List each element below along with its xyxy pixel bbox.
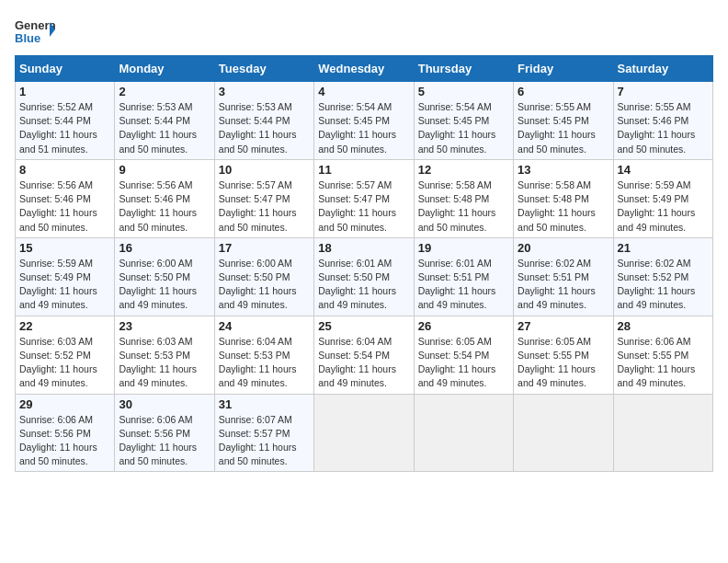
calendar-cell: [414, 394, 513, 472]
logo-icon: General Blue: [15, 15, 55, 48]
calendar-cell: 10Sunrise: 5:57 AM Sunset: 5:47 PM Dayli…: [214, 159, 313, 237]
calendar-cell: [514, 394, 613, 472]
calendar-week-row: 8Sunrise: 5:56 AM Sunset: 5:46 PM Daylig…: [16, 159, 713, 237]
day-info: Sunrise: 5:56 AM Sunset: 5:46 PM Dayligh…: [19, 178, 110, 235]
column-header-monday: Monday: [115, 56, 214, 82]
day-info: Sunrise: 5:52 AM Sunset: 5:44 PM Dayligh…: [19, 100, 110, 156]
calendar-cell: 3Sunrise: 5:53 AM Sunset: 5:44 PM Daylig…: [214, 82, 313, 160]
day-info: Sunrise: 6:05 AM Sunset: 5:55 PM Dayligh…: [518, 335, 609, 391]
calendar-cell: 31Sunrise: 6:07 AM Sunset: 5:57 PM Dayli…: [214, 394, 313, 472]
day-number: 30: [119, 397, 210, 411]
day-info: Sunrise: 5:53 AM Sunset: 5:44 PM Dayligh…: [219, 100, 310, 156]
day-info: Sunrise: 6:02 AM Sunset: 5:52 PM Dayligh…: [618, 257, 709, 313]
day-info: Sunrise: 6:03 AM Sunset: 5:52 PM Dayligh…: [19, 335, 110, 391]
calendar-cell: 1Sunrise: 5:52 AM Sunset: 5:44 PM Daylig…: [16, 82, 115, 160]
day-info: Sunrise: 6:04 AM Sunset: 5:54 PM Dayligh…: [318, 335, 409, 391]
calendar-cell: 30Sunrise: 6:06 AM Sunset: 5:56 PM Dayli…: [115, 394, 214, 472]
column-header-sunday: Sunday: [16, 56, 115, 82]
calendar-cell: 23Sunrise: 6:03 AM Sunset: 5:53 PM Dayli…: [115, 316, 214, 394]
calendar-cell: 11Sunrise: 5:57 AM Sunset: 5:47 PM Dayli…: [314, 159, 414, 237]
calendar-cell: 26Sunrise: 6:05 AM Sunset: 5:54 PM Dayli…: [414, 316, 513, 394]
column-header-tuesday: Tuesday: [214, 56, 313, 82]
calendar-week-row: 29Sunrise: 6:06 AM Sunset: 5:56 PM Dayli…: [16, 394, 713, 472]
day-info: Sunrise: 6:07 AM Sunset: 5:57 PM Dayligh…: [219, 413, 310, 469]
calendar-cell: 29Sunrise: 6:06 AM Sunset: 5:56 PM Dayli…: [16, 394, 115, 472]
calendar-cell: 9Sunrise: 5:56 AM Sunset: 5:46 PM Daylig…: [115, 159, 214, 237]
calendar-cell: 13Sunrise: 5:58 AM Sunset: 5:48 PM Dayli…: [514, 159, 613, 237]
calendar-cell: 22Sunrise: 6:03 AM Sunset: 5:52 PM Dayli…: [16, 316, 115, 394]
calendar-cell: 4Sunrise: 5:54 AM Sunset: 5:45 PM Daylig…: [314, 82, 414, 160]
day-number: 4: [318, 85, 409, 98]
day-number: 6: [518, 85, 609, 98]
column-header-wednesday: Wednesday: [314, 56, 414, 82]
day-info: Sunrise: 6:06 AM Sunset: 5:56 PM Dayligh…: [119, 413, 210, 469]
svg-text:General: General: [15, 18, 55, 32]
day-number: 29: [19, 397, 110, 411]
calendar-cell: 20Sunrise: 6:02 AM Sunset: 5:51 PM Dayli…: [514, 237, 613, 316]
day-number: 17: [219, 241, 310, 255]
day-number: 21: [618, 241, 709, 255]
day-info: Sunrise: 5:58 AM Sunset: 5:48 PM Dayligh…: [518, 178, 609, 235]
calendar-body: 1Sunrise: 5:52 AM Sunset: 5:44 PM Daylig…: [16, 82, 713, 472]
day-number: 20: [518, 241, 609, 255]
calendar-cell: 2Sunrise: 5:53 AM Sunset: 5:44 PM Daylig…: [115, 82, 214, 160]
column-header-friday: Friday: [514, 56, 613, 82]
calendar-cell: 15Sunrise: 5:59 AM Sunset: 5:49 PM Dayli…: [16, 237, 115, 316]
day-info: Sunrise: 5:55 AM Sunset: 5:45 PM Dayligh…: [518, 100, 609, 156]
day-number: 3: [219, 85, 310, 98]
day-number: 16: [119, 241, 210, 255]
calendar-cell: 6Sunrise: 5:55 AM Sunset: 5:45 PM Daylig…: [514, 82, 613, 160]
calendar-week-row: 22Sunrise: 6:03 AM Sunset: 5:52 PM Dayli…: [16, 316, 713, 394]
calendar-cell: 21Sunrise: 6:02 AM Sunset: 5:52 PM Dayli…: [613, 237, 712, 316]
day-number: 19: [418, 241, 509, 255]
calendar-table: SundayMondayTuesdayWednesdayThursdayFrid…: [15, 55, 713, 472]
calendar-cell: [314, 394, 414, 472]
day-number: 26: [418, 319, 509, 333]
column-header-saturday: Saturday: [613, 56, 712, 82]
day-number: 13: [518, 163, 609, 177]
day-info: Sunrise: 6:04 AM Sunset: 5:53 PM Dayligh…: [219, 335, 310, 391]
day-number: 25: [318, 319, 409, 333]
day-info: Sunrise: 5:54 AM Sunset: 5:45 PM Dayligh…: [318, 100, 409, 156]
calendar-cell: 5Sunrise: 5:54 AM Sunset: 5:45 PM Daylig…: [414, 82, 513, 160]
day-info: Sunrise: 5:57 AM Sunset: 5:47 PM Dayligh…: [318, 178, 409, 235]
day-info: Sunrise: 6:00 AM Sunset: 5:50 PM Dayligh…: [119, 257, 210, 313]
day-number: 9: [119, 163, 210, 177]
calendar-cell: 7Sunrise: 5:55 AM Sunset: 5:46 PM Daylig…: [613, 82, 712, 160]
day-info: Sunrise: 6:00 AM Sunset: 5:50 PM Dayligh…: [219, 257, 310, 313]
day-number: 10: [219, 163, 310, 177]
calendar-cell: 25Sunrise: 6:04 AM Sunset: 5:54 PM Dayli…: [314, 316, 414, 394]
page-header: General Blue: [15, 15, 713, 48]
day-info: Sunrise: 5:57 AM Sunset: 5:47 PM Dayligh…: [219, 178, 310, 235]
calendar-cell: 27Sunrise: 6:05 AM Sunset: 5:55 PM Dayli…: [514, 316, 613, 394]
calendar-cell: 19Sunrise: 6:01 AM Sunset: 5:51 PM Dayli…: [414, 237, 513, 316]
calendar-header-row: SundayMondayTuesdayWednesdayThursdayFrid…: [16, 56, 713, 82]
day-info: Sunrise: 6:03 AM Sunset: 5:53 PM Dayligh…: [119, 335, 210, 391]
day-number: 23: [119, 319, 210, 333]
day-number: 2: [119, 85, 210, 98]
calendar-cell: 12Sunrise: 5:58 AM Sunset: 5:48 PM Dayli…: [414, 159, 513, 237]
day-number: 11: [318, 163, 409, 177]
day-number: 8: [19, 163, 110, 177]
calendar-cell: 18Sunrise: 6:01 AM Sunset: 5:50 PM Dayli…: [314, 237, 414, 316]
day-number: 5: [418, 85, 509, 98]
day-info: Sunrise: 5:58 AM Sunset: 5:48 PM Dayligh…: [418, 178, 509, 235]
day-info: Sunrise: 6:01 AM Sunset: 5:50 PM Dayligh…: [318, 257, 409, 313]
day-number: 15: [19, 241, 110, 255]
logo: General Blue: [15, 15, 59, 48]
column-header-thursday: Thursday: [414, 56, 513, 82]
day-number: 14: [618, 163, 709, 177]
calendar-week-row: 15Sunrise: 5:59 AM Sunset: 5:49 PM Dayli…: [16, 237, 713, 316]
day-info: Sunrise: 6:06 AM Sunset: 5:56 PM Dayligh…: [19, 413, 110, 469]
day-number: 22: [19, 319, 110, 333]
day-info: Sunrise: 5:56 AM Sunset: 5:46 PM Dayligh…: [119, 178, 210, 235]
day-info: Sunrise: 5:55 AM Sunset: 5:46 PM Dayligh…: [618, 100, 709, 156]
calendar-cell: [613, 394, 712, 472]
day-info: Sunrise: 5:54 AM Sunset: 5:45 PM Dayligh…: [418, 100, 509, 156]
day-number: 24: [219, 319, 310, 333]
day-info: Sunrise: 6:05 AM Sunset: 5:54 PM Dayligh…: [418, 335, 509, 391]
calendar-cell: 28Sunrise: 6:06 AM Sunset: 5:55 PM Dayli…: [613, 316, 712, 394]
day-number: 1: [19, 85, 110, 98]
day-info: Sunrise: 5:59 AM Sunset: 5:49 PM Dayligh…: [19, 257, 110, 313]
day-info: Sunrise: 6:01 AM Sunset: 5:51 PM Dayligh…: [418, 257, 509, 313]
